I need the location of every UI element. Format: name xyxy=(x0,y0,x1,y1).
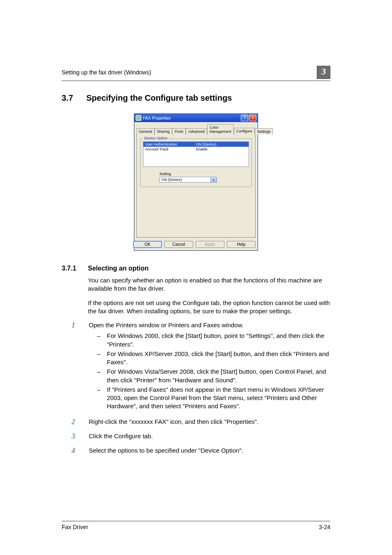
step-2: 2 Right-click the "xxxxxxx FAX" icon, an… xyxy=(71,418,330,426)
paragraph: If the options are not set using the Con… xyxy=(88,299,330,316)
sub-bullet: –For Windows XP/Server 2003, click the [… xyxy=(97,350,330,367)
tab-general[interactable]: General xyxy=(136,128,154,134)
apply-button: Apply xyxy=(196,241,224,248)
subsection-heading: 3.7.1 Selecting an option xyxy=(62,265,330,272)
dialog-help-button[interactable]: Help xyxy=(227,241,256,248)
section-heading: 3.7 Specifying the Configure tab setting… xyxy=(62,93,330,103)
footer-right: 3-24 xyxy=(319,524,330,530)
list-item[interactable]: Account Track Enable xyxy=(143,147,249,152)
step-3: 3 Click the Configure tab. xyxy=(71,432,330,441)
tab-configure[interactable]: Configure xyxy=(234,128,255,134)
subsection-number: 3.7.1 xyxy=(62,265,80,272)
page-footer: Fax Driver 3-24 xyxy=(62,521,330,530)
bullet-text: If "Printers and Faxes" does not appear … xyxy=(107,386,330,411)
subsection-title: Selecting an option xyxy=(88,265,149,272)
step-text: Select the options to be specified under… xyxy=(89,447,243,454)
bullet-text: For Windows XP/Server 2003, click the [S… xyxy=(107,350,330,367)
step-text: Click the Configure tab. xyxy=(89,432,153,439)
option-value: ON (Device) xyxy=(196,142,247,146)
section-title: Specifying the Configure tab settings xyxy=(86,93,232,103)
step-1: 1 Open the Printers window or Printers a… xyxy=(71,321,330,412)
device-option-group: Device Option User Authentication ON (De… xyxy=(140,139,252,187)
tab-ports[interactable]: Ports xyxy=(172,128,186,134)
option-name: Account Track xyxy=(145,147,196,151)
setting-value: ON (Device) xyxy=(160,177,210,182)
list-item[interactable]: User Authentication ON (Device) xyxy=(143,142,249,147)
step-number: 2 xyxy=(71,418,79,426)
dialog-tabs: General Sharing Ports Advanced Color Man… xyxy=(136,124,256,134)
step-number: 3 xyxy=(71,432,79,441)
dialog-titlebar: FAX Properties ? × xyxy=(134,114,258,122)
dialog-icon xyxy=(136,115,141,121)
step-text: Open the Printers window or Printers and… xyxy=(89,321,244,328)
bullet-text: For Windows 2000, click the [Start] butt… xyxy=(107,332,330,349)
sub-bullet: –For Windows 2000, click the [Start] but… xyxy=(97,332,330,349)
step-4: 4 Select the options to be specified und… xyxy=(71,446,330,455)
tab-advanced[interactable]: Advanced xyxy=(186,128,207,134)
setting-dropdown[interactable]: ON (Device) ▾ xyxy=(159,177,217,183)
dialog-title: FAX Properties xyxy=(143,116,171,120)
group-title: Device Option xyxy=(143,136,169,140)
chapter-badge: 3 xyxy=(317,66,330,79)
running-header: Setting up the fax driver (Windows) 3 xyxy=(62,66,330,81)
device-option-list[interactable]: User Authentication ON (Device) Account … xyxy=(143,141,249,167)
cancel-button[interactable]: Cancel xyxy=(164,241,193,248)
close-icon[interactable]: × xyxy=(249,115,256,121)
tab-settings[interactable]: Settings xyxy=(255,128,273,134)
sub-bullet: –If "Printers and Faxes" does not appear… xyxy=(97,386,330,411)
tab-sharing[interactable]: Sharing xyxy=(154,128,172,134)
tab-pane: Device Option User Authentication ON (De… xyxy=(136,134,256,238)
setting-block: Setting ON (Device) ▾ xyxy=(159,172,217,183)
option-name: User Authentication xyxy=(145,142,196,146)
chevron-down-icon[interactable]: ▾ xyxy=(210,177,217,182)
section-number: 3.7 xyxy=(62,93,76,103)
paragraph: You can specify whether an option is ena… xyxy=(88,276,330,293)
step-text: Right-click the "xxxxxxx FAX" icon, and … xyxy=(89,418,258,425)
setting-label: Setting xyxy=(159,172,217,176)
step-number: 1 xyxy=(71,321,79,412)
sub-bullet: –For Windows Vista/Server 2008, click th… xyxy=(97,368,330,384)
footer-left: Fax Driver xyxy=(62,524,88,530)
ok-button[interactable]: OK xyxy=(133,241,162,248)
dialog-screenshot: FAX Properties ? × General Sharing Ports… xyxy=(62,113,330,251)
help-icon[interactable]: ? xyxy=(241,115,248,121)
bullet-text: For Windows Vista/Server 2008, click the… xyxy=(107,368,330,384)
running-header-title: Setting up the fax driver (Windows) xyxy=(62,69,151,76)
option-value: Enable xyxy=(196,147,247,151)
properties-dialog: FAX Properties ? × General Sharing Ports… xyxy=(134,113,258,251)
step-number: 4 xyxy=(71,446,79,455)
tab-color-management[interactable]: Color Management xyxy=(207,124,234,134)
dialog-button-row: OK Cancel Apply Help xyxy=(136,241,256,248)
